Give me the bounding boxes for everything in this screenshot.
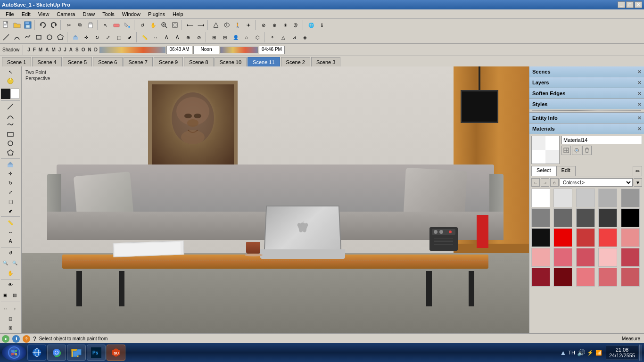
redo-button[interactable]: [49, 20, 59, 30]
scene-tab-scene11[interactable]: Scene 11: [248, 57, 280, 66]
zoom-extents-button[interactable]: [170, 20, 180, 30]
left-circle-button[interactable]: [1, 139, 20, 148]
select-tool-button[interactable]: ↖: [100, 20, 111, 30]
mat-delete-button[interactable]: [582, 146, 592, 155]
tray-icon-battery[interactable]: ⚡: [587, 350, 594, 356]
tray-lang[interactable]: TH: [568, 350, 575, 355]
mat-swatch-7[interactable]: [576, 208, 595, 227]
mat-swatch-22[interactable]: [576, 268, 595, 287]
left-flip2-button[interactable]: ↕: [10, 304, 19, 314]
mat-fwd-button[interactable]: →: [541, 178, 549, 187]
scene-tab-scene1[interactable]: Scene 1: [2, 57, 31, 66]
entity-info-close[interactable]: ✕: [637, 115, 641, 121]
start-button[interactable]: [2, 345, 26, 361]
left-move-button[interactable]: ✛: [1, 170, 20, 179]
mat-swatch-24[interactable]: [621, 268, 640, 287]
cut-button[interactable]: ✂: [64, 20, 74, 30]
geo-button[interactable]: 🌐: [306, 20, 316, 30]
mat-back-button[interactable]: ←: [531, 178, 540, 187]
obj3d-button[interactable]: ⬡: [252, 32, 263, 42]
erase-tool-button[interactable]: [111, 20, 122, 30]
paste-button[interactable]: [85, 20, 96, 30]
mat-swatch-20[interactable]: [531, 268, 550, 287]
scene-tab-scene7[interactable]: Scene 7: [124, 57, 153, 66]
left-rect-button[interactable]: [1, 130, 20, 139]
mat-swatch-4[interactable]: [621, 189, 640, 207]
sandbox4-button[interactable]: ◈: [300, 32, 310, 42]
mat-swatch-18[interactable]: [598, 248, 617, 267]
fly-button[interactable]: ✈: [243, 20, 254, 30]
soften-panel-header[interactable]: Soften Edges ✕: [529, 88, 644, 99]
mat-swatch-12[interactable]: [576, 228, 595, 247]
left-extra1-button[interactable]: ▣: [1, 290, 10, 300]
mat-tab-edit[interactable]: Edit: [556, 166, 576, 176]
left-group-button[interactable]: ⊟: [1, 314, 20, 323]
left-flip1-button[interactable]: ↔: [1, 304, 10, 314]
person-button[interactable]: 👤: [231, 32, 241, 42]
mat-create-button[interactable]: [561, 146, 571, 155]
dims-button[interactable]: ↔: [150, 32, 161, 42]
entity-info-header[interactable]: Entity Info ✕: [529, 113, 644, 123]
tray-icon-network[interactable]: ▲: [560, 349, 566, 356]
pushpull-button[interactable]: [70, 32, 81, 42]
zoom-button[interactable]: [159, 20, 169, 30]
menu-draw[interactable]: Draw: [79, 10, 99, 18]
polygon-tool-button[interactable]: [55, 32, 66, 42]
left-rotate-button[interactable]: ↻: [1, 179, 20, 188]
left-paint-button[interactable]: [1, 77, 20, 86]
left-orbit-button[interactable]: ↺: [1, 249, 20, 258]
mat-swatch-6[interactable]: [553, 208, 572, 227]
menu-camera[interactable]: Camera: [53, 10, 79, 18]
left-pushpull-button[interactable]: [1, 160, 20, 169]
mat-swatch-11[interactable]: [553, 228, 572, 247]
taskbar-clock[interactable]: 21:08 24/12/2555: [606, 346, 638, 360]
perspective-button[interactable]: [211, 20, 221, 30]
mat-swatch-23[interactable]: [598, 268, 617, 287]
left-pan-button[interactable]: ✋: [1, 269, 20, 278]
taskbar-explorer-button[interactable]: [67, 345, 86, 361]
scene-tab-scene10[interactable]: Scene 10: [215, 57, 247, 66]
menu-plugins[interactable]: Plugins: [144, 10, 169, 18]
text-button[interactable]: A: [161, 32, 172, 42]
close-button[interactable]: ✕: [635, 1, 642, 8]
styles-panel-header[interactable]: Styles ✕: [529, 99, 644, 109]
section-plane-button[interactable]: ⊘: [194, 32, 204, 42]
orbit-button[interactable]: ↺: [137, 20, 148, 30]
save-button[interactable]: [23, 20, 33, 30]
scenes-panel-header[interactable]: Scenes ✕: [529, 66, 644, 77]
sandbox2-button[interactable]: △: [278, 32, 289, 42]
minimize-button[interactable]: _: [618, 1, 625, 8]
rect-tool-button[interactable]: [33, 32, 44, 42]
mat-swatch-14[interactable]: [621, 228, 640, 247]
left-freehand-button[interactable]: [1, 121, 20, 130]
left-tape-button[interactable]: 📏: [1, 218, 20, 227]
left-color1-button[interactable]: [1, 89, 10, 99]
left-select-button[interactable]: ↖: [1, 67, 20, 76]
walk-button[interactable]: 🚶: [232, 20, 243, 30]
mat-swatch-2[interactable]: [576, 189, 595, 207]
materials-close[interactable]: ✕: [637, 126, 641, 132]
menu-view[interactable]: View: [34, 10, 53, 18]
date-slider[interactable]: [99, 47, 165, 53]
mat-category-dropdown[interactable]: Colors<1>: [560, 178, 633, 187]
taskbar-ie-button[interactable]: [27, 345, 46, 361]
mat-swatch-15[interactable]: [531, 248, 550, 267]
left-line-button[interactable]: [1, 102, 20, 111]
model-info-button[interactable]: ℹ: [317, 20, 327, 30]
open-button[interactable]: [12, 20, 22, 30]
section-fill-button[interactable]: ⊕: [269, 20, 280, 30]
mat-swatch-1[interactable]: [553, 189, 572, 207]
freehand-button[interactable]: [23, 32, 33, 42]
fog-button[interactable]: 🌫: [291, 20, 301, 30]
left-offset-button[interactable]: ⬚: [1, 197, 20, 206]
time-slider[interactable]: [220, 47, 258, 53]
mat-swatch-13[interactable]: [598, 228, 617, 247]
house-button[interactable]: ⌂: [241, 32, 252, 42]
mat-home-button[interactable]: ⌂: [550, 178, 559, 187]
scene-tab-scene2[interactable]: Scene 2: [281, 57, 310, 66]
tray-icon-speaker[interactable]: 🔊: [577, 349, 585, 356]
arc-tool-button[interactable]: [12, 32, 22, 42]
component-button2[interactable]: ⊞: [209, 32, 219, 42]
left-followme-button[interactable]: ⬋: [1, 206, 20, 215]
mat-tab-select[interactable]: Select: [531, 166, 556, 176]
